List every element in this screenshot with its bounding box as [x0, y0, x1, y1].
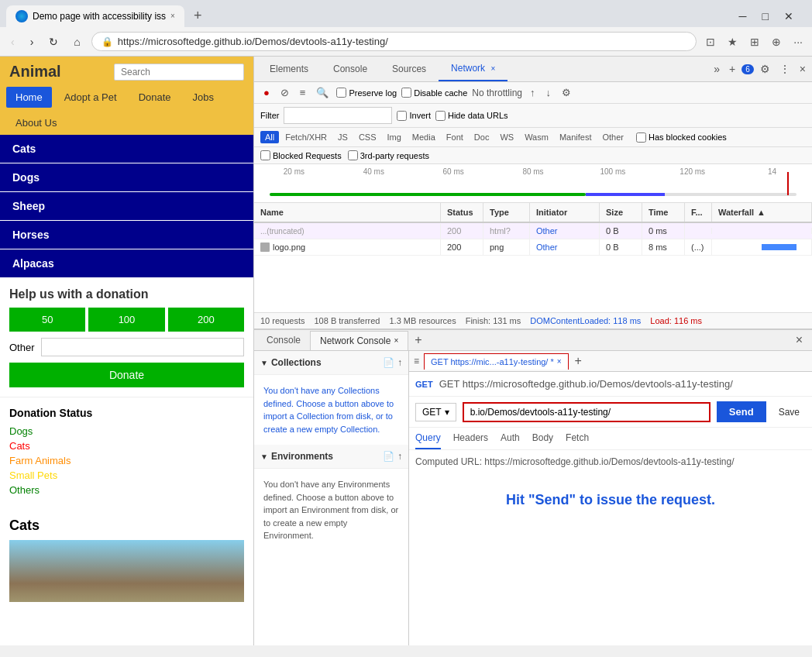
site-search-input[interactable] [114, 64, 244, 81]
record-button[interactable]: ● [260, 85, 273, 100]
new-environment-button[interactable]: ↑ [397, 451, 402, 462]
add-bottom-tab-button[interactable]: + [408, 330, 428, 350]
sidebar-item-alpacas[interactable]: Alpacas [0, 249, 253, 277]
settings-gear[interactable]: ⚙ [559, 85, 574, 100]
hide-data-urls-checkbox[interactable] [435, 111, 446, 121]
sidebar-item-horses[interactable]: Horses [0, 221, 253, 249]
has-blocked-cookies-checkbox[interactable] [636, 132, 646, 143]
th-size[interactable]: Size [600, 203, 642, 222]
tab-console[interactable]: Console [321, 57, 380, 81]
donate-50-button[interactable]: 50 [9, 308, 85, 332]
filter-input[interactable] [284, 107, 392, 124]
more-tools-icon[interactable]: ··· [790, 34, 806, 50]
sidebar-item-sheep[interactable]: Sheep [0, 192, 253, 220]
tab-network-console[interactable]: Network Console × [310, 331, 408, 350]
filter-wasm[interactable]: Wasm [520, 131, 553, 143]
add-tab-button[interactable]: + [726, 60, 738, 78]
sidebar-item-cats[interactable]: Cats [0, 135, 253, 163]
th-type[interactable]: Type [483, 203, 530, 222]
close-bottom-panel-button[interactable]: × [790, 330, 809, 350]
send-button[interactable]: Send [717, 401, 766, 422]
network-tab-close[interactable]: × [490, 64, 495, 73]
nc-tab-headers[interactable]: Headers [453, 428, 488, 449]
filter-doc[interactable]: Doc [470, 131, 494, 143]
extensions-icon[interactable]: ⊕ [769, 34, 784, 50]
th-initiator[interactable]: Initiator [530, 203, 600, 222]
nc-method-select[interactable]: GET ▾ [415, 403, 456, 421]
import-collection-button[interactable]: 📄 [383, 357, 394, 368]
collections-chevron[interactable]: ▼ [260, 359, 268, 367]
filter-ws[interactable]: WS [495, 131, 518, 143]
donate-100-button[interactable]: 100 [88, 308, 164, 332]
filter-js[interactable]: JS [333, 131, 353, 143]
third-party-checkbox[interactable] [348, 150, 358, 160]
sidebar-item-dogs[interactable]: Dogs [0, 163, 253, 191]
nav-home[interactable]: Home [6, 87, 52, 108]
nc-tab-fetch[interactable]: Fetch [566, 428, 589, 449]
reload-button[interactable]: ↻ [44, 33, 63, 51]
disable-cache-checkbox[interactable] [401, 88, 411, 98]
forward-button[interactable]: › [26, 33, 39, 51]
other-amount-input[interactable] [41, 338, 244, 356]
invert-checkbox[interactable] [397, 111, 407, 121]
home-button[interactable]: ⌂ [69, 33, 84, 51]
tab-sources[interactable]: Sources [380, 57, 439, 81]
environments-chevron[interactable]: ▼ [260, 452, 268, 461]
filter-other[interactable]: Other [597, 131, 628, 143]
filter-all[interactable]: All [260, 131, 279, 143]
new-collection-button[interactable]: ↑ [397, 357, 402, 368]
favorites-icon[interactable]: ★ [724, 34, 741, 50]
nc-tab-auth[interactable]: Auth [501, 428, 520, 449]
nc-request-list-icon[interactable]: ≡ [409, 353, 424, 370]
filter-media[interactable]: Media [408, 131, 440, 143]
clear-button[interactable]: ⊘ [277, 85, 292, 100]
export-button[interactable]: ↓ [543, 85, 555, 100]
th-f[interactable]: F... [685, 203, 712, 222]
split-screen-icon[interactable]: ⊡ [703, 34, 718, 50]
tab-console-bottom[interactable]: Console [257, 330, 310, 350]
browser-tab[interactable]: Demo page with accessibility iss × [6, 5, 184, 27]
th-time[interactable]: Time [642, 203, 685, 222]
close-window-button[interactable]: ✕ [778, 9, 800, 24]
maximize-button[interactable]: □ [756, 9, 775, 24]
nc-request-close[interactable]: × [557, 357, 562, 366]
import-button[interactable]: ↑ [527, 85, 538, 100]
filter-font[interactable]: Font [442, 131, 468, 143]
filter-img[interactable]: Img [383, 131, 406, 143]
search-button[interactable]: 🔍 [313, 85, 332, 100]
new-tab-button[interactable]: + [188, 5, 208, 27]
table-row-logo[interactable]: logo.png 200 png Other 0 B 8 ms (...) [254, 239, 812, 256]
nc-request-tab-get[interactable]: GET https://mic...-a11y-testing/ * × [424, 353, 569, 370]
collections-icon[interactable]: ⊞ [747, 34, 762, 50]
more-tabs-button[interactable]: » [710, 60, 723, 78]
filter-css[interactable]: CSS [354, 131, 381, 143]
nav-jobs[interactable]: Jobs [184, 87, 223, 108]
nc-tab-query[interactable]: Query [415, 428, 441, 449]
about-us-link[interactable]: About Us [0, 114, 253, 135]
th-status[interactable]: Status [441, 203, 483, 222]
nav-adopt[interactable]: Adopt a Pet [55, 87, 126, 108]
th-waterfall[interactable]: Waterfall ▲ [712, 203, 812, 222]
filter-manifest[interactable]: Manifest [555, 131, 597, 143]
tab-network[interactable]: Network × [439, 57, 508, 81]
table-row[interactable]: ...(truncated) 200 html? Other 0 B 0 ms [254, 223, 812, 239]
url-bar[interactable]: 🔒 https://microsoftedge.github.io/Demos/… [91, 32, 697, 51]
nav-donate[interactable]: Donate [129, 87, 181, 108]
close-devtools-button[interactable]: × [797, 60, 809, 78]
donate-200-button[interactable]: 200 [168, 308, 244, 332]
nc-url-input[interactable] [463, 402, 710, 422]
network-console-tab-close[interactable]: × [394, 336, 398, 345]
customize-button[interactable]: ⋮ [776, 60, 793, 78]
filter-fetch-xhr[interactable]: Fetch/XHR [280, 131, 332, 143]
preserve-log-checkbox[interactable] [336, 88, 346, 98]
no-throttling-select[interactable]: No throttling [472, 88, 522, 98]
nc-add-request-button[interactable]: + [569, 351, 588, 371]
filter-button[interactable]: ≡ [297, 85, 309, 100]
minimize-button[interactable]: ─ [733, 9, 753, 24]
import-environment-button[interactable]: 📄 [383, 451, 394, 462]
settings-button[interactable]: ⚙ [757, 60, 773, 78]
blocked-requests-checkbox[interactable] [260, 150, 270, 160]
back-button[interactable]: ‹ [6, 33, 19, 51]
nc-tab-body[interactable]: Body [532, 428, 553, 449]
donate-button[interactable]: Donate [9, 363, 244, 387]
